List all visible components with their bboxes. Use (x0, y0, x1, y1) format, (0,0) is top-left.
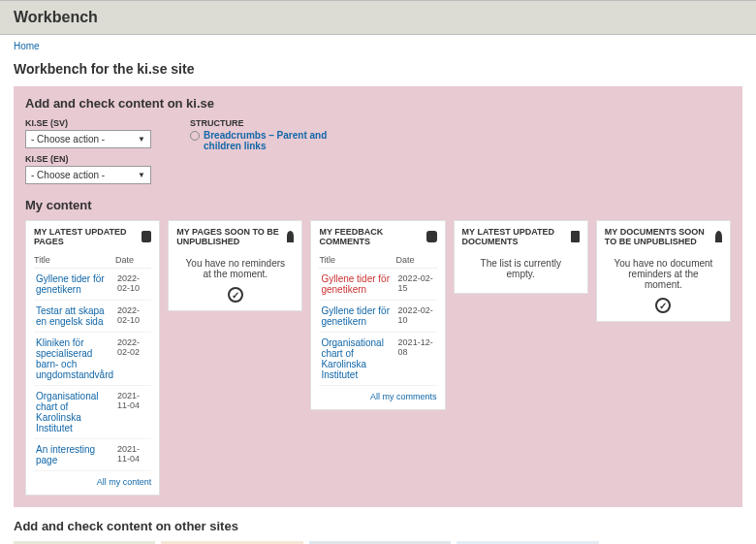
structure-col: STRUCTURE Breadcrumbs – Parent and child… (190, 118, 355, 184)
kise-sv-select[interactable]: - Choose action -▼ (25, 130, 151, 148)
chat-icon (426, 231, 437, 242)
all-my-content-link[interactable]: All my content (97, 477, 152, 487)
card-unpub-pages: MY PAGES SOON TO BE UNPUBLISHED You have… (168, 220, 302, 311)
table-row: Gyllene tider för genetikern2022-02-10 (319, 301, 436, 333)
breadcrumbs-link[interactable]: Breadcrumbs – Parent and children links (204, 130, 355, 151)
kise-en-label: KI.SE (EN) (25, 154, 171, 164)
card-unpub-docs: MY DOCUMENTS SOON TO BE UNPUBLISHED You … (596, 220, 731, 322)
header-bar: Workbench (0, 0, 756, 35)
table-row: Organisational chart of Karolinska Insti… (319, 333, 436, 386)
table-row: Gyllene tider för genetikern2022-02-10 (34, 269, 151, 301)
other-sites-section: Add and check content on other sites UTB… (14, 519, 742, 544)
card-latest-docs: MY LATEST UPDATED DOCUMENTS The list is … (454, 220, 588, 294)
my-content-title: My content (25, 198, 731, 212)
breadcrumb: Home (0, 35, 756, 57)
table-row: Kliniken för specialiserad barn- och ung… (34, 333, 151, 386)
bullet-icon (190, 131, 200, 141)
add-check-title: Add and check content on ki.se (25, 96, 731, 111)
chevron-down-icon: ▼ (138, 171, 145, 179)
latest-pages-table: TitleDate Gyllene tider för genetikern20… (34, 252, 151, 471)
all-comments-link[interactable]: All my comments (370, 392, 437, 401)
table-row: Gyllene tider för genetikern2022-02-15 (319, 269, 436, 301)
app-title: Workbench (14, 9, 742, 26)
check-circle-icon: ✓ (228, 287, 243, 303)
table-row: Testar att skapa en engelsk sida2022-02-… (34, 301, 151, 333)
bell-icon (287, 231, 295, 242)
check-circle-icon: ✓ (655, 298, 671, 313)
kise-en-select[interactable]: - Choose action -▼ (25, 166, 151, 184)
structure-label: STRUCTURE (190, 118, 355, 128)
bell-icon (715, 231, 722, 242)
document-icon (571, 231, 580, 242)
kise-selectors: KI.SE (SV) - Choose action -▼ KI.SE (EN)… (25, 118, 171, 184)
breadcrumb-home[interactable]: Home (14, 41, 40, 51)
feedback-table: TitleDate Gyllene tider för genetikern20… (319, 252, 436, 386)
clipboard-icon (142, 231, 151, 242)
other-sites-title: Add and check content on other sites (14, 519, 742, 533)
cards-row: MY LATEST UPDATED PAGES TitleDate Gyllen… (25, 220, 731, 496)
table-row: Organisational chart of Karolinska Insti… (34, 386, 151, 439)
chevron-down-icon: ▼ (138, 135, 145, 144)
card-feedback: MY FEEDBACK COMMENTS TitleDate Gyllene t… (310, 220, 445, 410)
page-title: Workbench for the ki.se site (0, 57, 756, 86)
card-latest-pages: MY LATEST UPDATED PAGES TitleDate Gyllen… (25, 220, 160, 496)
add-check-panel: Add and check content on ki.se KI.SE (SV… (14, 86, 742, 507)
table-row: An interesting page2021-11-04 (34, 439, 151, 471)
kise-sv-label: KI.SE (SV) (25, 118, 171, 128)
